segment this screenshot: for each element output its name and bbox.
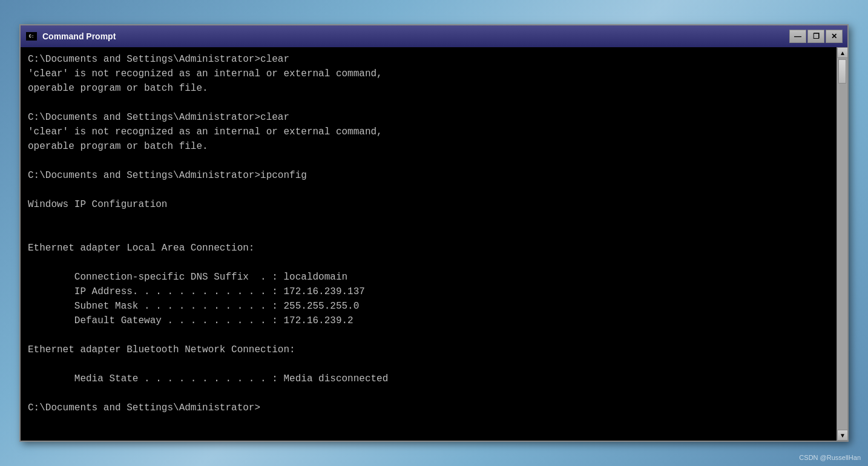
close-button[interactable]: ✕ xyxy=(826,30,843,43)
watermark: CSDN @RussellHan xyxy=(799,454,861,461)
maximize-button[interactable]: ❐ xyxy=(807,30,824,43)
title-bar: Command Prompt — ❐ ✕ xyxy=(21,25,847,47)
cmd-icon xyxy=(25,30,38,42)
window-controls: — ❐ ✕ xyxy=(789,30,843,43)
scroll-up-button[interactable]: ▲ xyxy=(837,47,847,58)
scroll-track[interactable] xyxy=(837,58,847,430)
cmd-body: C:\Documents and Settings\Administrator>… xyxy=(21,47,847,441)
terminal-output[interactable]: C:\Documents and Settings\Administrator>… xyxy=(21,47,837,441)
cmd-icon-graphic xyxy=(26,32,37,41)
desktop: Command Prompt — ❐ ✕ C:\Documents and Se… xyxy=(0,0,868,466)
minimize-button[interactable]: — xyxy=(789,30,806,43)
cmd-window: Command Prompt — ❐ ✕ C:\Documents and Se… xyxy=(19,24,849,442)
scrollbar[interactable]: ▲ ▼ xyxy=(837,47,847,441)
window-title: Command Prompt xyxy=(42,31,789,41)
scroll-down-button[interactable]: ▼ xyxy=(837,430,847,441)
scroll-thumb[interactable] xyxy=(838,59,846,84)
